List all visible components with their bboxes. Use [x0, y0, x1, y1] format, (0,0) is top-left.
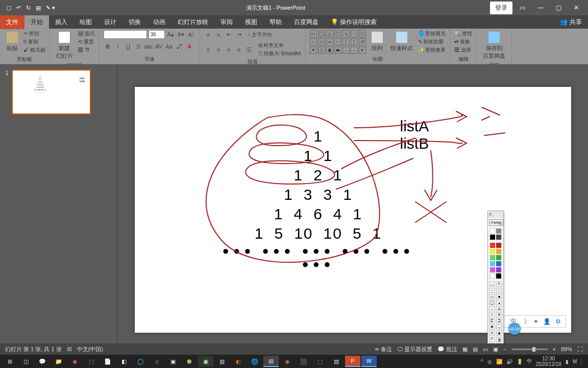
tool-person-icon[interactable]: 👤	[543, 317, 551, 326]
explorer-icon[interactable]: 📁	[51, 356, 66, 367]
quick-styles-button[interactable]: 快速样式	[388, 30, 415, 53]
tray-up-icon[interactable]: ^	[481, 359, 483, 364]
slideshow-view-icon[interactable]: ▣	[493, 346, 498, 353]
align-center-button[interactable]: ≡	[214, 45, 223, 54]
tool-pen[interactable]: ✎	[496, 282, 502, 287]
tool-brace[interactable]: ⊐	[496, 318, 502, 324]
login-button[interactable]: 登录	[490, 2, 512, 14]
tab-draw[interactable]: 绘图	[74, 15, 98, 29]
increase-font-icon[interactable]: A▴	[166, 30, 175, 39]
zoom-in-icon[interactable]: +	[553, 346, 556, 352]
tab-file[interactable]: 文件	[0, 15, 24, 29]
cut-button[interactable]: ✂ 剪切	[23, 30, 45, 37]
tab-baidu[interactable]: 百度网盘	[288, 15, 325, 29]
app-icon-2[interactable]: ⬚	[84, 356, 99, 367]
tray-app-icon[interactable]: M	[573, 359, 577, 364]
thumbnail-pane[interactable]: 1 11 11 2 11 3 3 11 4 6 4 11 5 10 10 5 1…	[0, 64, 117, 355]
tool-rect[interactable]: ▭	[489, 294, 495, 299]
pycharm-icon[interactable]: ▣	[198, 356, 213, 367]
pointer-palette[interactable]: P.. Fertig —✎ →⋯ ▭■ ◯● ↔A ✔✖ ⊏⊐	[487, 211, 504, 356]
strike-button[interactable]: S	[134, 42, 143, 51]
color-darkred[interactable]	[496, 243, 501, 248]
shapes-gallery[interactable]: ▭◯△⬠↘→⬡ ☆⬭⬰⬳{}↺ ✦⬯⬮⬬⬫⬪▾	[310, 30, 366, 54]
word-taskbar-icon[interactable]: W	[361, 356, 377, 367]
close-icon[interactable]: ✕	[569, 2, 584, 13]
tool-cross[interactable]: ✖	[496, 312, 502, 317]
sorter-view-icon[interactable]: ▤	[473, 346, 478, 353]
accessibility-icon[interactable]: ☒	[67, 346, 72, 353]
shape-effects-button[interactable]: ✨ 形状效果	[418, 47, 446, 54]
paste-button[interactable]: 粘贴	[4, 30, 20, 53]
tool-sparkle-icon[interactable]: ✦	[532, 317, 540, 326]
tool-number[interactable]: ①	[489, 331, 495, 336]
minimize-icon[interactable]: —	[532, 2, 549, 13]
spacing-button[interactable]: AV	[155, 42, 163, 51]
find-button[interactable]: 🔍 查找	[454, 30, 472, 37]
normal-view-icon[interactable]: ▦	[462, 346, 468, 353]
tool-ellipse[interactable]: ◯	[489, 300, 495, 305]
italic-button[interactable]: I	[114, 42, 122, 51]
color-darkgreen[interactable]	[496, 255, 501, 260]
tray-ime-icon[interactable]: 中	[527, 358, 532, 365]
language-indicator[interactable]: 中文(中国)	[77, 346, 103, 353]
slideshow-icon[interactable]: ▤	[36, 5, 41, 11]
display-settings-button[interactable]: 🖵 显示器设置	[397, 346, 432, 353]
app-icon-1[interactable]: ◉	[67, 356, 83, 367]
tab-home[interactable]: 开始	[24, 15, 49, 29]
app-icon-10[interactable]: ▤	[263, 356, 279, 367]
notes-button[interactable]: ≐ 备注	[375, 346, 392, 353]
tab-view[interactable]: 视图	[239, 15, 263, 29]
tray-volume-icon[interactable]: 🔊	[506, 359, 512, 364]
tool-check[interactable]: ✔	[489, 312, 495, 317]
arrange-button[interactable]: 排列	[369, 30, 385, 53]
color-dark[interactable]	[496, 235, 501, 240]
section-button[interactable]: ☰ 节	[78, 47, 95, 54]
color-cyan[interactable]	[490, 261, 495, 266]
align-text-button[interactable]: ⊞ 对齐文本	[258, 42, 301, 49]
app-icon-8[interactable]: ▥	[214, 356, 230, 367]
powerpoint-taskbar-icon[interactable]: P	[345, 356, 360, 367]
tool-line[interactable]: —	[489, 282, 495, 287]
copy-button[interactable]: ⎘ 复制	[23, 38, 45, 45]
color-orange[interactable]	[496, 249, 501, 254]
color-purple[interactable]	[496, 267, 501, 272]
color-black-dot[interactable]	[490, 235, 495, 240]
color-black[interactable]	[496, 273, 501, 279]
tell-me-search[interactable]: 💡 操作说明搜索	[325, 15, 383, 29]
app-icon-6[interactable]: ▣	[165, 356, 181, 367]
tool-undo[interactable]: ↶	[489, 337, 495, 342]
touch-icon[interactable]: ✎ ▾	[46, 5, 55, 11]
slide-thumbnail-1[interactable]: 11 11 2 11 3 3 11 4 6 4 11 5 10 10 5 1··…	[12, 70, 91, 114]
tab-transitions[interactable]: 切换	[122, 15, 147, 29]
tool-bracket[interactable]: ⊏	[489, 318, 495, 324]
format-painter-button[interactable]: 🖌 格式刷	[23, 47, 45, 54]
color-red[interactable]	[490, 243, 495, 248]
zoom-slider[interactable]	[512, 349, 548, 350]
tool-double-arrow[interactable]: ↔	[489, 306, 495, 311]
tray-location-icon[interactable]: ◎	[487, 359, 492, 364]
color-white[interactable]	[490, 228, 495, 234]
highlight-button[interactable]: 🖍	[175, 42, 184, 51]
maximize-icon[interactable]: ▢	[551, 2, 567, 13]
tool-stamp[interactable]: ◉	[496, 331, 502, 336]
tool-ellipsefill[interactable]: ●	[496, 300, 502, 305]
shape-fill-button[interactable]: 🪣 形状填充	[418, 30, 446, 37]
shadow-button[interactable]: abc	[144, 42, 153, 51]
tray-battery-icon[interactable]: 🔋	[517, 359, 523, 364]
zoom-out-icon[interactable]: −	[503, 346, 506, 352]
zoom-level[interactable]: 89%	[561, 346, 572, 352]
app-icon-4[interactable]: ◯	[133, 356, 148, 367]
tab-review[interactable]: 审阅	[214, 15, 239, 29]
share-button[interactable]: 👥 共享	[554, 18, 588, 27]
shape-outline-button[interactable]: ✎ 形状轮廓	[418, 38, 446, 45]
tool-plus[interactable]: ✚	[489, 325, 495, 330]
tool-moon-icon[interactable]: ☽	[521, 317, 529, 326]
show-desktop[interactable]	[581, 359, 586, 364]
smartart-button[interactable]: ⬡ 转换为 SmartArt	[258, 50, 301, 57]
clock[interactable]: 12:30 2020/12/18	[536, 356, 561, 367]
undo-icon[interactable]: ↶	[16, 5, 21, 11]
taskview-icon[interactable]: ◫	[18, 356, 34, 367]
numbering-button[interactable]: ≡	[214, 30, 223, 39]
app-icon-3[interactable]: ◧	[116, 356, 132, 367]
indent-dec-button[interactable]: ⇤	[225, 30, 233, 39]
